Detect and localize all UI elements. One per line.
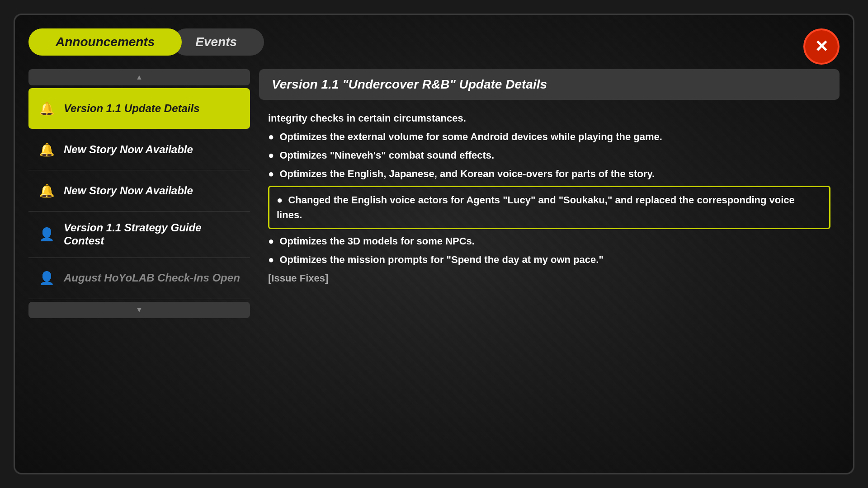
sidebar-item-label-5: August HoYoLAB Check-Ins Open — [64, 272, 240, 285]
content-line-1: ● Optimizes the external volume for some… — [268, 129, 830, 144]
sidebar-item-strategy-guide[interactable]: 👤 Version 1.1 Strategy Guide Contest — [28, 211, 250, 258]
person-icon-1: 👤 — [38, 224, 56, 245]
bullet-4: ● — [277, 192, 283, 207]
content-text-5: Optimizes the 3D models for some NPCs. — [279, 235, 475, 247]
content-line-0: integrity checks in certain circumstance… — [268, 111, 830, 126]
bullet-1: ● — [268, 129, 274, 144]
bullet-3: ● — [268, 166, 274, 181]
content-line-5: ● Optimizes the 3D models for some NPCs. — [268, 234, 830, 249]
tab-announcements[interactable]: Announcements — [28, 28, 182, 56]
content-text-2: Optimizes "Nineveh's" combat sound effec… — [279, 150, 494, 161]
detail-title-bar: Version 1.1 "Undercover R&B" Update Deta… — [259, 69, 840, 100]
bullet-2: ● — [268, 148, 274, 163]
content-text-4: Changed the English voice actors for Age… — [277, 194, 795, 221]
sidebar-item-label-3: New Story Now Available — [64, 184, 193, 197]
detail-content: integrity checks in certain circumstance… — [259, 106, 840, 467]
content-text-3: Optimizes the English, Japanese, and Kor… — [279, 168, 655, 179]
content-line-2: ● Optimizes "Nineveh's" combat sound eff… — [268, 148, 830, 163]
close-button[interactable]: ✕ — [803, 28, 840, 65]
person-icon-2: 👤 — [38, 268, 56, 289]
tabs-row: Announcements Events — [28, 28, 840, 56]
sidebar: 🔔 Version 1.1 Update Details 🔔 New Story… — [28, 69, 250, 467]
content-line-6: ● Optimizes the mission prompts for "Spe… — [268, 252, 830, 267]
main-container: ✕ Announcements Events 🔔 Version 1.1 Upd… — [14, 14, 854, 474]
sidebar-item-label-2: New Story Now Available — [64, 143, 193, 156]
scroll-up-indicator[interactable] — [28, 69, 250, 85]
content-text-6: Optimizes the mission prompts for "Spend… — [279, 254, 603, 265]
sidebar-item-label-1: Version 1.1 Update Details — [64, 102, 200, 115]
bell-icon-3: 🔔 — [38, 180, 56, 201]
bell-icon-2: 🔔 — [38, 139, 56, 160]
scroll-down-indicator[interactable] — [28, 302, 250, 318]
sidebar-item-label-4: Version 1.1 Strategy Guide Contest — [64, 221, 241, 248]
content-text-7: [Issue Fixes] — [268, 272, 328, 284]
content-text-0: integrity checks in certain circumstance… — [268, 113, 466, 124]
content-line-3: ● Optimizes the English, Japanese, and K… — [268, 166, 830, 181]
sidebar-item-new-story-1[interactable]: 🔔 New Story Now Available — [28, 129, 250, 170]
content-area: 🔔 Version 1.1 Update Details 🔔 New Story… — [28, 69, 840, 467]
close-icon: ✕ — [815, 37, 828, 56]
content-line-7: [Issue Fixes] — [268, 271, 830, 286]
sidebar-item-new-story-2[interactable]: 🔔 New Story Now Available — [28, 170, 250, 211]
bell-icon-1: 🔔 — [38, 98, 56, 119]
bullet-6: ● — [268, 252, 274, 267]
bullet-5: ● — [268, 234, 274, 249]
sidebar-item-hoyolab[interactable]: 👤 August HoYoLAB Check-Ins Open — [28, 258, 250, 299]
tab-events[interactable]: Events — [173, 28, 264, 56]
content-text-1: Optimizes the external volume for some A… — [279, 131, 662, 142]
highlighted-content-block: ● Changed the English voice actors for A… — [268, 186, 830, 229]
detail-panel: Version 1.1 "Undercover R&B" Update Deta… — [259, 69, 840, 467]
detail-title: Version 1.1 "Undercover R&B" Update Deta… — [272, 77, 547, 91]
sidebar-item-version-update[interactable]: 🔔 Version 1.1 Update Details — [28, 88, 250, 129]
